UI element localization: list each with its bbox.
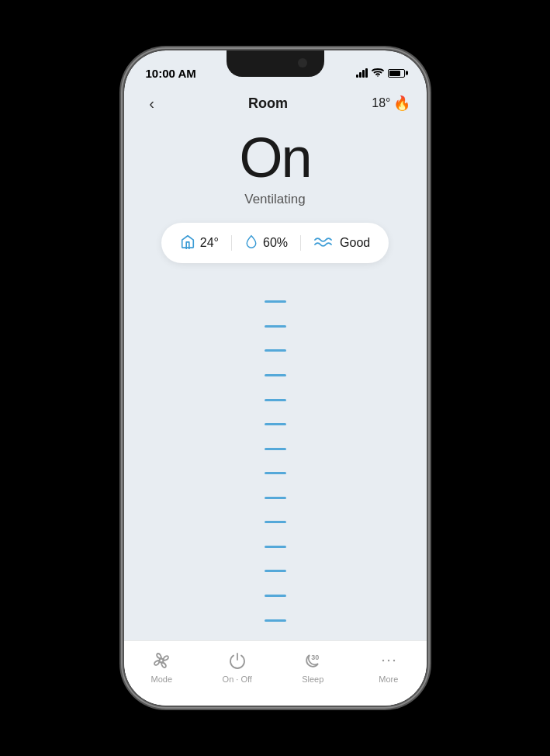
speed-dash-7 <box>265 448 286 450</box>
humidity-value: 60% <box>263 236 288 250</box>
speed-dash-12 <box>265 570 286 572</box>
sleep-icon: 30 <box>303 650 323 671</box>
speed-dash-4 <box>265 374 286 376</box>
notch-camera <box>298 58 307 68</box>
weather-icon: 🔥 <box>393 95 410 112</box>
battery-icon <box>388 69 405 78</box>
drop-icon <box>244 234 258 251</box>
svg-point-0 <box>377 75 379 77</box>
home-icon <box>180 234 195 252</box>
sleep-label: Sleep <box>302 675 323 684</box>
notch <box>227 50 324 77</box>
speed-dash-1 <box>265 300 286 303</box>
more-icon <box>379 650 399 671</box>
speed-dash-14 <box>265 619 286 622</box>
speed-slider-area[interactable] <box>140 282 411 640</box>
header: ‹ Room 18° 🔥 <box>124 85 427 122</box>
svg-point-2 <box>382 659 384 661</box>
svg-point-4 <box>393 659 395 661</box>
page-title: Room <box>248 95 288 112</box>
header-weather: 18° 🔥 <box>372 95 410 112</box>
nav-mode[interactable]: Mode <box>124 650 200 684</box>
phone-frame: 10:00 AM <box>124 50 427 706</box>
humidity-item: 60% <box>244 234 288 251</box>
speed-dash-11 <box>265 546 286 548</box>
status-time: 10:00 AM <box>146 67 196 80</box>
ventilating-text: Ventilating <box>244 192 305 207</box>
wave-icon <box>313 234 335 252</box>
air-quality-value: Good <box>340 236 370 250</box>
more-label: More <box>379 675 398 684</box>
temperature-value: 18° <box>372 96 390 110</box>
nav-sleep[interactable]: 30 Sleep <box>275 650 351 684</box>
divider-2 <box>300 235 301 251</box>
bottom-nav: Mode On · Off 30 Sleep <box>124 640 427 706</box>
speed-dash-9 <box>265 497 286 499</box>
info-pill: 24° 60% <box>161 223 389 263</box>
speed-dash-2 <box>265 325 286 328</box>
main-content: On Ventilating 24° <box>124 122 427 640</box>
temperature-item: 24° <box>180 234 219 252</box>
temp-value: 24° <box>200 236 219 250</box>
on-off-label: On · Off <box>223 675 252 684</box>
screen: 10:00 AM <box>124 50 427 706</box>
fan-icon <box>151 650 171 671</box>
speed-dash-3 <box>265 349 286 352</box>
air-quality-item: Good <box>313 234 370 252</box>
power-icon <box>227 650 247 671</box>
divider-1 <box>231 235 232 251</box>
status-icons <box>356 68 405 79</box>
wifi-icon <box>372 68 384 79</box>
speed-dash-13 <box>265 595 286 597</box>
nav-on-off[interactable]: On · Off <box>199 650 275 684</box>
signal-bars-icon <box>356 68 368 78</box>
power-status-text: On <box>239 130 310 186</box>
mode-label: Mode <box>150 675 172 684</box>
nav-more[interactable]: More <box>351 650 427 684</box>
speed-dash-8 <box>265 472 286 474</box>
speed-dash-5 <box>265 399 286 401</box>
back-button[interactable]: ‹ <box>140 91 164 116</box>
speed-dash-6 <box>265 423 286 425</box>
svg-point-3 <box>388 659 389 661</box>
speed-dash-10 <box>265 521 286 523</box>
